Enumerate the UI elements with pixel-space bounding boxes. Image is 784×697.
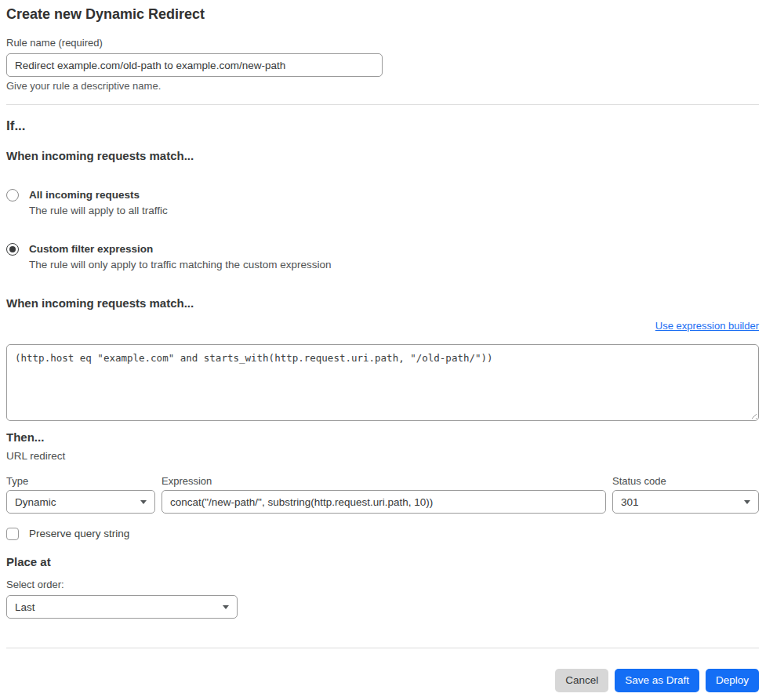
footer-actions: Cancel Save as Draft Deploy	[6, 669, 759, 692]
redirect-config-row: Type Dynamic Expression Status code 301	[6, 475, 759, 514]
rule-name-input[interactable]	[6, 53, 383, 77]
chevron-down-icon	[744, 500, 750, 504]
radio-checked-icon[interactable]	[6, 243, 19, 256]
status-code-column: Status code 301	[612, 475, 759, 514]
then-section-heading: Then...	[6, 430, 759, 445]
radio-unchecked-icon[interactable]	[6, 189, 19, 201]
type-column: Type Dynamic	[6, 475, 155, 514]
order-select[interactable]: Last	[6, 595, 238, 619]
place-at-heading: Place at	[6, 555, 759, 569]
deploy-button[interactable]: Deploy	[706, 669, 759, 692]
radio-option-all-incoming-requests[interactable]: All incoming requests The rule will appl…	[6, 188, 759, 217]
status-code-select[interactable]: 301	[612, 490, 759, 514]
checkbox-unchecked-icon[interactable]	[6, 528, 19, 540]
preserve-query-string-label: Preserve query string	[29, 527, 129, 540]
radio-option-label: All incoming requests	[29, 188, 168, 201]
filter-expression-textarea[interactable]: (http.host eq "example.com" and starts_w…	[6, 344, 759, 421]
expression-column: Expression	[162, 475, 606, 514]
select-order-label: Select order:	[6, 579, 759, 591]
footer-divider	[6, 648, 759, 648]
type-label: Type	[6, 475, 155, 488]
status-code-label: Status code	[612, 475, 759, 488]
radio-option-texts: All incoming requests The rule will appl…	[29, 188, 168, 217]
type-select[interactable]: Dynamic	[6, 490, 155, 514]
section-divider	[6, 104, 759, 105]
page-title: Create new Dynamic Redirect	[6, 6, 759, 23]
builder-link-row: Use expression builder	[6, 318, 759, 332]
order-select-value: Last	[15, 601, 35, 613]
if-section-heading: If...	[6, 118, 759, 134]
expression-textarea-wrap: (http.host eq "example.com" and starts_w…	[6, 344, 759, 421]
radio-option-custom-filter-expression[interactable]: Custom filter expression The rule will o…	[6, 242, 759, 271]
create-redirect-form: Create new Dynamic Redirect Rule name (r…	[6, 0, 759, 692]
status-code-select-value: 301	[621, 496, 639, 508]
rule-name-help: Give your rule a descriptive name.	[6, 80, 759, 93]
cancel-button[interactable]: Cancel	[555, 669, 608, 692]
expression-label: Expression	[162, 475, 606, 488]
radio-option-texts: Custom filter expression The rule will o…	[29, 242, 331, 271]
url-redirect-label: URL redirect	[6, 450, 759, 463]
chevron-down-icon	[223, 605, 229, 609]
expression-editor-heading: When incoming requests match...	[6, 296, 759, 310]
type-select-value: Dynamic	[15, 496, 56, 508]
save-as-draft-button[interactable]: Save as Draft	[615, 669, 699, 692]
rule-name-group: Rule name (required) Give your rule a de…	[6, 37, 759, 93]
rule-name-label: Rule name (required)	[6, 37, 759, 49]
chevron-down-icon	[140, 500, 147, 504]
incoming-requests-heading: When incoming requests match...	[6, 149, 759, 163]
preserve-query-string-row[interactable]: Preserve query string	[6, 527, 759, 540]
radio-option-label: Custom filter expression	[29, 242, 331, 256]
use-expression-builder-link[interactable]: Use expression builder	[655, 320, 759, 332]
redirect-expression-input[interactable]	[162, 490, 606, 514]
radio-option-description: The rule will only apply to traffic matc…	[29, 258, 331, 271]
radio-option-description: The rule will apply to all traffic	[29, 204, 168, 217]
